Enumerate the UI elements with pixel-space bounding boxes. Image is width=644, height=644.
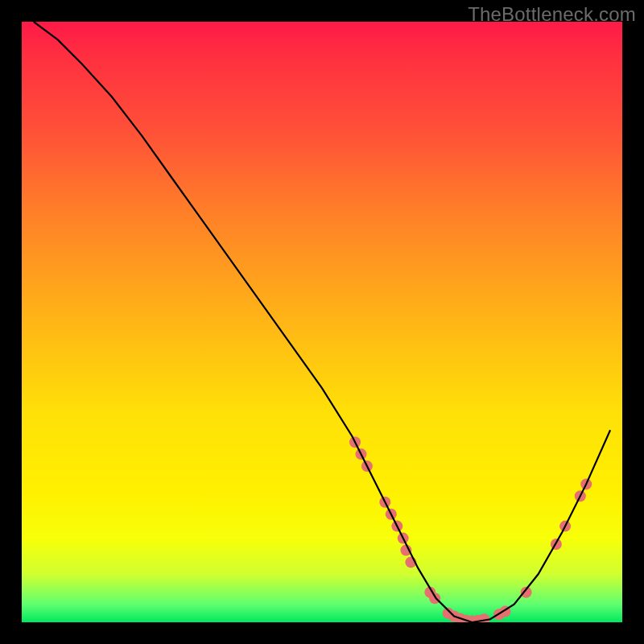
plot-area — [22, 22, 622, 622]
chart-frame: TheBottleneck.com — [0, 0, 644, 644]
watermark-label: TheBottleneck.com — [468, 3, 636, 26]
chart-svg — [22, 22, 622, 622]
bottleneck-curve — [34, 22, 610, 622]
data-markers — [349, 436, 592, 622]
